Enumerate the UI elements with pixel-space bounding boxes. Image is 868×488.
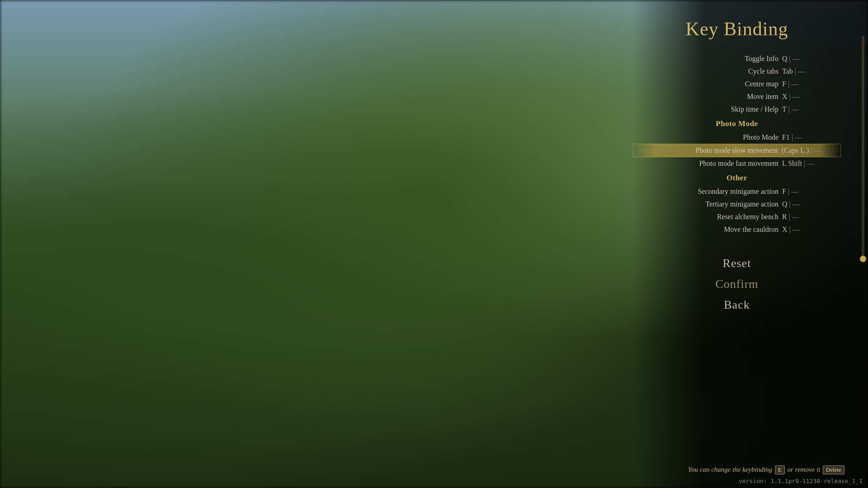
binding-row-move-cauldron[interactable]: Move the cauldron X | — [633,223,841,236]
binding-keys: F | — [782,188,836,196]
hint-text-middle: or remove it [788,466,821,473]
binding-keys: F1 | — [782,133,836,141]
confirm-button[interactable]: Confirm [706,275,767,294]
binding-name: Centre map [650,80,782,88]
binding-name: Skip time / Help [650,105,782,113]
key-binding-panel: Key Binding Toggle Info Q | — Cycle tabs… [633,18,841,314]
back-button[interactable]: Back [715,296,759,314]
binding-name: Reset alchemy bench [650,213,782,221]
binding-name: Photo Mode [650,133,782,141]
binding-row-photo-mode[interactable]: Photo Mode F1 | — [633,131,841,144]
binding-row-toggle-info[interactable]: Toggle Info Q | — [633,52,841,65]
binding-name: Move the cauldron [650,225,782,234]
binding-name: Photo mode fast movement [650,160,782,168]
binding-row-cycle-tabs[interactable]: Cycle tabs Tab | — [633,65,841,78]
binding-keys: X | — [782,225,836,234]
other-section-header: Other [633,170,841,185]
binding-keys: F | — [782,80,836,88]
binding-keys: (Caps L.) | — [782,146,836,155]
binding-name: Photo mode slow movement [651,146,782,155]
binding-row-skip-time[interactable]: Skip time / Help T | — [633,103,841,116]
binding-keys: Q | — [782,55,836,63]
binding-keys: L Shift | — [782,160,836,168]
binding-list: Toggle Info Q | — Cycle tabs Tab | — Cen… [633,52,841,236]
binding-keys: R | — [782,213,836,221]
binding-name: Move item [650,93,782,101]
binding-row-reset-alchemy[interactable]: Reset alchemy bench R | — [633,211,841,223]
version-text: version: 1.1.1pr9-11238-release_1_1 [739,478,863,484]
binding-row-tertiary-minigame[interactable]: Tertiary minigame action Q | — [633,198,841,211]
binding-keys: X | — [782,93,836,101]
panel-title: Key Binding [686,18,788,40]
binding-keys: Tab | — [782,67,836,75]
icon-area: ⁘ [638,146,651,155]
scrollbar-track[interactable] [862,36,864,262]
photo-mode-section-header: Photo Mode [633,116,841,131]
binding-keys: T | — [782,105,836,113]
selection-icon: ⁘ [641,146,648,155]
reset-button[interactable]: Reset [714,254,760,273]
binding-keys: Q | — [782,200,836,208]
binding-row-photo-fast[interactable]: Photo mode fast movement L Shift | — [633,157,841,170]
binding-row-photo-slow[interactable]: ⁘ Photo mode slow movement (Caps L.) | — [633,144,841,157]
binding-name: Toggle Info [650,55,782,63]
hint-text: You can change the keybinding E or remov… [688,466,845,473]
binding-row-secondary-minigame[interactable]: Secondary minigame action F | — [633,185,841,198]
hint-key-change: E [775,465,785,474]
hint-key-remove: Delete [823,465,844,474]
binding-name: Secondary minigame action [650,188,782,196]
bottom-hint: You can change the keybinding E or remov… [619,465,845,474]
binding-name: Cycle tabs [650,67,782,75]
scrollbar-thumb[interactable] [860,256,866,262]
hint-text-before: You can change the keybinding [688,466,772,473]
buttons-area: Reset Confirm Back [633,254,841,314]
binding-row-centre-map[interactable]: Centre map F | — [633,78,841,90]
binding-name: Tertiary minigame action [650,200,782,208]
binding-row-move-item[interactable]: Move item X | — [633,90,841,103]
